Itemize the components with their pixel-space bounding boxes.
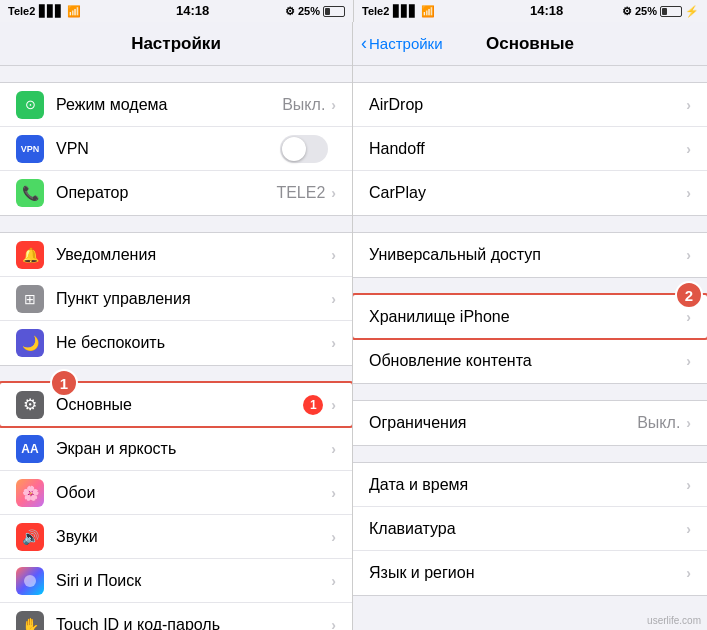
- time-right: 14:18: [530, 3, 563, 18]
- siri-icon: [16, 567, 44, 595]
- display-label: Экран и яркость: [56, 440, 331, 458]
- list-item[interactable]: Siri и Поиск ›: [0, 559, 352, 603]
- touchid-icon: ✋: [16, 611, 44, 630]
- sounds-icon: 🔊: [16, 523, 44, 551]
- list-item[interactable]: AA Экран и яркость ›: [0, 427, 352, 471]
- list-item[interactable]: 🌸 Обои ›: [0, 471, 352, 515]
- storage-row[interactable]: Хранилище iPhone › 2: [353, 295, 707, 339]
- battery-icon-right: [660, 6, 682, 17]
- dnd-icon: 🌙: [16, 329, 44, 357]
- chevron-icon: ›: [686, 477, 691, 493]
- settings-group-3: ⚙ Основные 1 › 1 AA Экран и яркость ›: [0, 382, 352, 630]
- carrier-right: Tele2: [362, 5, 389, 17]
- list-item[interactable]: Handoff ›: [353, 127, 707, 171]
- modem-icon: ⊙: [16, 91, 44, 119]
- list-item[interactable]: AirDrop ›: [353, 83, 707, 127]
- list-item[interactable]: Обновление контента ›: [353, 339, 707, 383]
- chevron-icon: ›: [331, 573, 336, 589]
- back-arrow-icon: ‹: [361, 33, 367, 54]
- callout-2: 2: [675, 281, 703, 309]
- sounds-label: Звуки: [56, 528, 331, 546]
- left-nav-title: Настройки: [131, 34, 221, 54]
- signal-icon: ▋▋▋: [39, 5, 63, 18]
- datetime-label: Дата и время: [369, 476, 686, 494]
- notifications-label: Уведомления: [56, 246, 331, 264]
- settings-group-1: ⊙ Режим модема Выкл. › VPN VPN 📞 Опе: [0, 82, 352, 216]
- control-center-icon: ⊞: [16, 285, 44, 313]
- watermark: userlife.com: [647, 615, 701, 626]
- carplay-label: CarPlay: [369, 184, 686, 202]
- list-item[interactable]: ⊙ Режим модема Выкл. ›: [0, 83, 352, 127]
- list-item[interactable]: VPN VPN: [0, 127, 352, 171]
- right-settings-list: AirDrop › Handoff › CarPlay ›: [353, 66, 707, 630]
- list-item[interactable]: 📞 Оператор TELE2 ›: [0, 171, 352, 215]
- touchid-label: Touch ID и код-пароль: [56, 616, 331, 630]
- chevron-icon: ›: [331, 185, 336, 201]
- chevron-icon: ›: [686, 353, 691, 369]
- battery-icon-left: [323, 6, 345, 17]
- signal-icon-right: ▋▋▋: [393, 5, 417, 18]
- bluetooth-icon-right: ⚙: [622, 5, 632, 18]
- chevron-icon: ›: [331, 247, 336, 263]
- general-label: Основные: [56, 396, 303, 414]
- operator-icon: 📞: [16, 179, 44, 207]
- list-item[interactable]: 🔊 Звуки ›: [0, 515, 352, 559]
- chevron-icon: ›: [331, 97, 336, 113]
- list-item[interactable]: Универсальный доступ ›: [353, 233, 707, 277]
- left-settings-list: ⊙ Режим модема Выкл. › VPN VPN 📞 Опе: [0, 66, 352, 630]
- chevron-icon: ›: [686, 309, 691, 325]
- right-panel: ‹ Настройки Основные AirDrop › Handoff ›: [353, 22, 707, 630]
- vpn-toggle[interactable]: [280, 135, 328, 163]
- list-item[interactable]: CarPlay ›: [353, 171, 707, 215]
- list-item[interactable]: Дата и время ›: [353, 463, 707, 507]
- list-item[interactable]: ⊞ Пункт управления ›: [0, 277, 352, 321]
- list-item[interactable]: 🌙 Не беспокоить ›: [0, 321, 352, 365]
- restrictions-label: Ограничения: [369, 414, 637, 432]
- chevron-icon: ›: [686, 565, 691, 581]
- list-item[interactable]: 🔔 Уведомления ›: [0, 233, 352, 277]
- right-group-5: Дата и время › Клавиатура › Язык и регио…: [353, 462, 707, 596]
- modem-value: Выкл.: [282, 96, 325, 114]
- chevron-icon: ›: [331, 397, 336, 413]
- chevron-icon: ›: [331, 335, 336, 351]
- airdrop-label: AirDrop: [369, 96, 686, 114]
- wifi-icon-left: 📶: [67, 5, 81, 18]
- chevron-icon: ›: [686, 97, 691, 113]
- time-left: 14:18: [176, 3, 209, 18]
- right-nav-bar: ‹ Настройки Основные: [353, 22, 707, 66]
- chevron-icon: ›: [686, 247, 691, 263]
- chevron-icon: ›: [686, 185, 691, 201]
- operator-label: Оператор: [56, 184, 276, 202]
- wifi-icon-right: 📶: [421, 5, 435, 18]
- bluetooth-icon-left: ⚙: [285, 5, 295, 18]
- notifications-icon: 🔔: [16, 241, 44, 269]
- display-icon: AA: [16, 435, 44, 463]
- chevron-icon: ›: [686, 141, 691, 157]
- right-group-4: Ограничения Выкл. ›: [353, 400, 707, 446]
- storage-label: Хранилище iPhone: [369, 308, 686, 326]
- battery-percent-right: 25%: [635, 5, 657, 17]
- content-update-label: Обновление контента: [369, 352, 686, 370]
- battery-percent-left: 25%: [298, 5, 320, 17]
- right-group-1: AirDrop › Handoff › CarPlay ›: [353, 82, 707, 216]
- back-label: Настройки: [369, 35, 443, 52]
- chevron-icon: ›: [686, 521, 691, 537]
- right-group-3: Хранилище iPhone › 2 Обновление контента…: [353, 294, 707, 384]
- language-label: Язык и регион: [369, 564, 686, 582]
- dnd-label: Не беспокоить: [56, 334, 331, 352]
- general-row[interactable]: ⚙ Основные 1 › 1: [0, 383, 352, 427]
- list-item[interactable]: ✋ Touch ID и код-пароль ›: [0, 603, 352, 630]
- left-nav-bar: Настройки: [0, 22, 352, 66]
- chevron-icon: ›: [686, 415, 691, 431]
- back-button[interactable]: ‹ Настройки: [361, 33, 443, 54]
- list-item[interactable]: Ограничения Выкл. ›: [353, 401, 707, 445]
- chevron-icon: ›: [331, 485, 336, 501]
- handoff-label: Handoff: [369, 140, 686, 158]
- list-item[interactable]: Клавиатура ›: [353, 507, 707, 551]
- right-nav-title: Основные: [486, 34, 574, 54]
- vpn-icon: VPN: [16, 135, 44, 163]
- list-item[interactable]: Язык и регион ›: [353, 551, 707, 595]
- chevron-icon: ›: [331, 529, 336, 545]
- chevron-icon: ›: [331, 441, 336, 457]
- modem-label: Режим модема: [56, 96, 282, 114]
